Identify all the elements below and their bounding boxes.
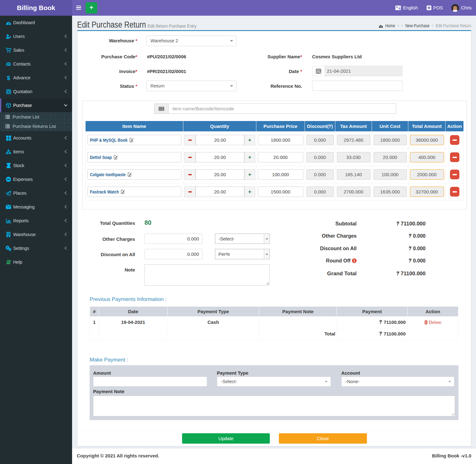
svg-text:$: $ xyxy=(7,75,10,81)
svg-text:A: A xyxy=(398,7,400,10)
